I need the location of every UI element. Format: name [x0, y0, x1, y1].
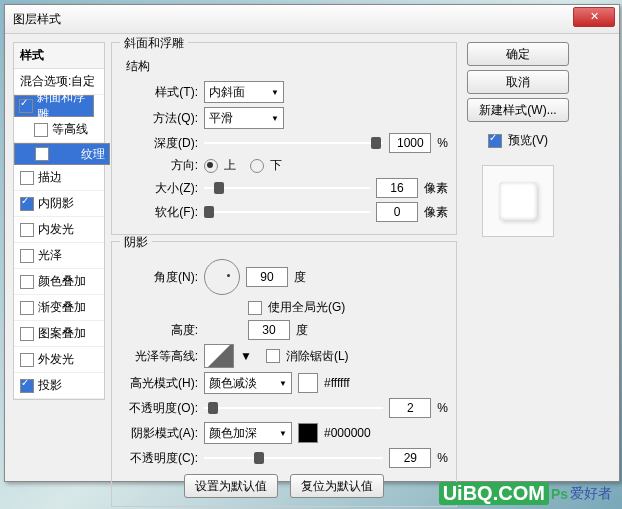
soften-label: 软化(F): [120, 204, 198, 221]
style-checkbox[interactable] [34, 123, 48, 137]
style-item-7[interactable]: 颜色叠加 [14, 269, 104, 295]
highlight-mode-label: 高光模式(H): [120, 375, 198, 392]
bevel-group-title: 斜面和浮雕 [120, 36, 188, 50]
highlight-opacity-label: 不透明度(O): [120, 400, 198, 417]
angle-input[interactable]: 90 [246, 267, 288, 287]
shadow-mode-label: 阴影模式(A): [120, 425, 198, 442]
direction-down-radio[interactable] [250, 159, 264, 173]
styles-header: 样式 [14, 43, 104, 69]
ok-button[interactable]: 确定 [467, 42, 569, 66]
angle-label: 角度(N): [120, 269, 198, 286]
style-item-label: 纹理 [81, 146, 105, 163]
preview-box [482, 165, 554, 237]
shading-group-title: 阴影 [120, 235, 152, 249]
style-item-label: 外发光 [38, 351, 74, 368]
style-label: 样式(T): [120, 84, 198, 101]
style-item-label: 投影 [38, 377, 62, 394]
depth-slider[interactable] [204, 135, 383, 151]
style-item-9[interactable]: 图案叠加 [14, 321, 104, 347]
styles-list: 样式 混合选项:自定 斜面和浮雕等高线纹理描边内阴影内发光光泽颜色叠加渐变叠加图… [13, 42, 105, 400]
style-item-1[interactable]: 等高线 [14, 117, 104, 143]
style-checkbox[interactable] [20, 379, 34, 393]
style-item-0[interactable]: 斜面和浮雕 [14, 95, 94, 117]
structure-label: 结构 [126, 58, 448, 75]
highlight-color-swatch[interactable] [298, 373, 318, 393]
preview-label: 预览(V) [508, 132, 548, 149]
antialias-label: 消除锯齿(L) [286, 348, 349, 365]
new-style-button[interactable]: 新建样式(W)... [467, 98, 569, 122]
style-item-label: 内阴影 [38, 195, 74, 212]
direction-up-radio[interactable] [204, 159, 218, 173]
style-checkbox[interactable] [20, 223, 34, 237]
style-item-label: 斜面和浮雕 [37, 89, 89, 123]
depth-label: 深度(D): [120, 135, 198, 152]
shadow-hex: #000000 [324, 426, 371, 440]
style-checkbox[interactable] [20, 249, 34, 263]
highlight-hex: #ffffff [324, 376, 350, 390]
direction-label: 方向: [120, 157, 198, 174]
shadow-opacity-slider[interactable] [204, 450, 383, 466]
highlight-opacity-input[interactable]: 2 [389, 398, 431, 418]
size-label: 大小(Z): [120, 180, 198, 197]
method-select[interactable]: 平滑▼ [204, 107, 284, 129]
shadow-color-swatch[interactable] [298, 423, 318, 443]
style-select[interactable]: 内斜面▼ [204, 81, 284, 103]
watermark: UiBQ.COM Ps 爱好者 [439, 482, 612, 505]
style-item-6[interactable]: 光泽 [14, 243, 104, 269]
size-input[interactable]: 16 [376, 178, 418, 198]
soften-slider[interactable] [204, 204, 370, 220]
style-item-label: 描边 [38, 169, 62, 186]
gloss-contour-picker[interactable] [204, 344, 234, 368]
size-slider[interactable] [204, 180, 370, 196]
style-item-11[interactable]: 投影 [14, 373, 104, 399]
depth-input[interactable]: 1000 [389, 133, 431, 153]
shadow-opacity-label: 不透明度(C): [120, 450, 198, 467]
style-item-label: 渐变叠加 [38, 299, 86, 316]
preview-checkbox[interactable] [488, 134, 502, 148]
dialog-title: 图层样式 [13, 11, 61, 28]
antialias-checkbox[interactable] [266, 349, 280, 363]
style-item-label: 图案叠加 [38, 325, 86, 342]
highlight-opacity-slider[interactable] [204, 400, 383, 416]
style-checkbox[interactable] [20, 275, 34, 289]
style-item-label: 光泽 [38, 247, 62, 264]
gloss-label: 光泽等高线: [120, 348, 198, 365]
style-item-label: 内发光 [38, 221, 74, 238]
style-item-10[interactable]: 外发光 [14, 347, 104, 373]
global-light-label: 使用全局光(G) [268, 299, 345, 316]
style-item-8[interactable]: 渐变叠加 [14, 295, 104, 321]
style-item-label: 等高线 [52, 121, 88, 138]
highlight-mode-select[interactable]: 颜色减淡▼ [204, 372, 292, 394]
style-item-label: 颜色叠加 [38, 273, 86, 290]
shadow-opacity-input[interactable]: 29 [389, 448, 431, 468]
cancel-button[interactable]: 取消 [467, 70, 569, 94]
style-item-4[interactable]: 内阴影 [14, 191, 104, 217]
altitude-input[interactable]: 30 [248, 320, 290, 340]
make-default-button[interactable]: 设置为默认值 [184, 474, 278, 498]
reset-default-button[interactable]: 复位为默认值 [290, 474, 384, 498]
style-checkbox[interactable] [19, 99, 33, 113]
altitude-label: 高度: [120, 322, 198, 339]
style-item-5[interactable]: 内发光 [14, 217, 104, 243]
style-checkbox[interactable] [20, 171, 34, 185]
style-item-3[interactable]: 描边 [14, 165, 104, 191]
style-checkbox[interactable] [20, 327, 34, 341]
method-label: 方法(Q): [120, 110, 198, 127]
soften-input[interactable]: 0 [376, 202, 418, 222]
style-checkbox[interactable] [35, 147, 49, 161]
close-button[interactable]: ✕ [573, 7, 615, 27]
shadow-mode-select[interactable]: 颜色加深▼ [204, 422, 292, 444]
style-checkbox[interactable] [20, 353, 34, 367]
style-checkbox[interactable] [20, 197, 34, 211]
angle-dial[interactable] [204, 259, 240, 295]
global-light-checkbox[interactable] [248, 301, 262, 315]
style-item-2[interactable]: 纹理 [14, 143, 110, 165]
style-checkbox[interactable] [20, 301, 34, 315]
